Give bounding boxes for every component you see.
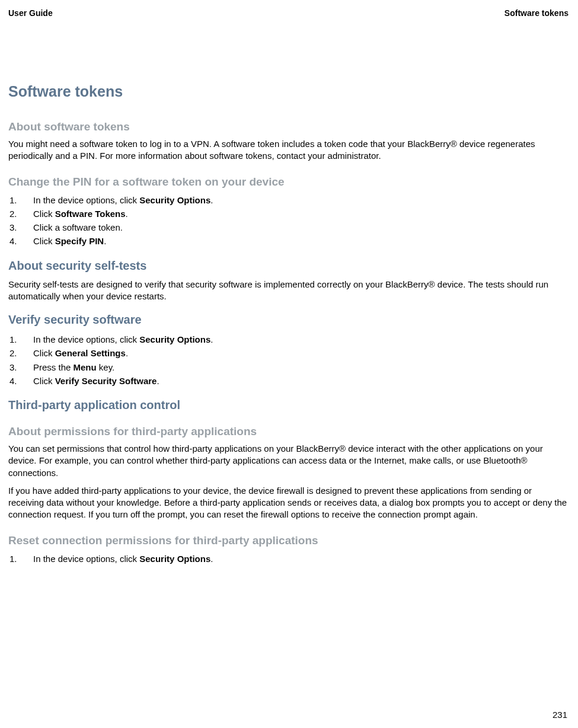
step-text-bold: Security Options [139,195,210,205]
heading-verify-security-software: Verify security software [8,313,569,327]
step-text-post: . [126,209,128,219]
step-text-pre: Click [33,209,55,219]
step-text-pre: In the device options, click [33,334,139,344]
step-text-pre: Click [33,348,55,358]
step-item: Click Verify Security Software. [8,374,569,388]
heading-about-security-self-tests: About security self-tests [8,259,569,273]
header-right: Software tokens [504,8,569,18]
step-item: In the device options, click Security Op… [8,552,569,566]
step-text-post: . [210,195,213,205]
para-about-software-tokens: You might need a software token to log i… [8,138,569,162]
step-text-bold: Security Options [139,334,210,344]
heading-change-pin: Change the PIN for a software token on y… [8,175,569,189]
heading-about-software-tokens: About software tokens [8,120,569,133]
para-about-security-self-tests: Security self-tests are designed to veri… [8,279,569,303]
page-header: User Guide Software tokens [8,8,569,18]
step-text-bold: General Settings [55,348,126,358]
step-text-post: . [126,348,128,358]
chapter-title: Software tokens [8,83,569,100]
step-text-post: . [104,236,106,246]
step-item: Click General Settings. [8,346,569,360]
heading-about-permissions: About permissions for third-party applic… [8,425,569,438]
step-text-pre: In the device options, click [33,195,139,205]
step-text-bold: Verify Security Software [55,376,157,386]
step-item: Press the Menu key. [8,360,569,374]
steps-change-pin: In the device options, click Security Op… [8,193,569,248]
step-item: Click Specify PIN. [8,234,569,248]
para-about-permissions-2: If you have added third-party applicatio… [8,485,569,521]
step-text-post: . [210,334,213,344]
para-about-permissions-1: You can set permissions that control how… [8,443,569,479]
step-text-pre: In the device options, click [33,554,139,564]
step-text-pre: Click [33,376,55,386]
step-text-bold: Specify PIN [55,236,104,246]
page-number: 231 [553,710,567,720]
step-item: Click a software token. [8,221,569,234]
heading-third-party-control: Third-party application control [8,398,569,412]
step-text-bold: Security Options [139,554,210,564]
step-text-bold: Software Tokens [55,209,126,219]
header-left: User Guide [8,8,53,18]
step-item: In the device options, click Security Op… [8,193,569,207]
step-item: In the device options, click Security Op… [8,333,569,346]
step-text-pre: Click a software token. [33,222,123,232]
heading-reset-permissions: Reset connection permissions for third-p… [8,534,569,547]
step-text-pre: Press the [33,362,74,372]
step-text-pre: Click [33,236,55,246]
steps-reset-permissions: In the device options, click Security Op… [8,552,569,566]
step-text-post: . [157,376,159,386]
step-item: Click Software Tokens. [8,207,569,221]
steps-verify-security-software: In the device options, click Security Op… [8,333,569,388]
step-text-post: key. [97,362,115,372]
step-text-post: . [210,554,213,564]
step-text-bold: Menu [74,362,97,372]
